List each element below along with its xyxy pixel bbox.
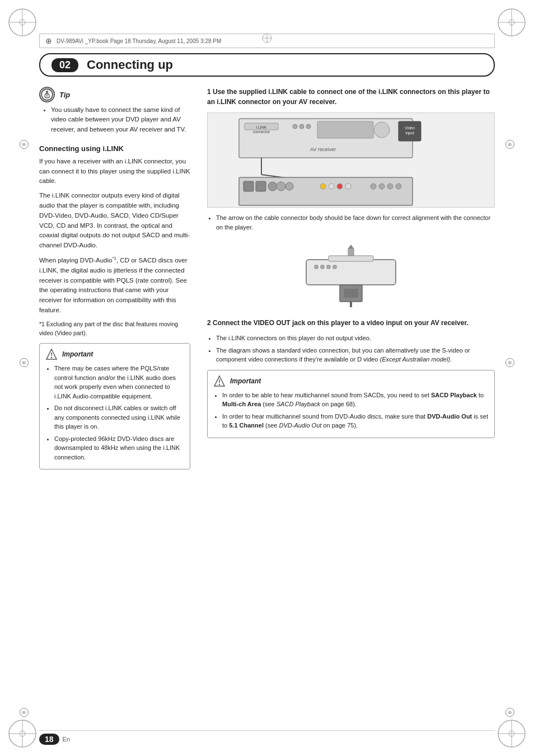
svg-rect-52 [329, 256, 373, 261]
chapter-number: 02 [51, 58, 78, 72]
important-left-item-3: Copy-protected 96kHz DVD-Video discs are… [54, 434, 184, 462]
svg-point-27 [299, 124, 304, 129]
step1-heading: 1 Use the supplied i.LINK cable to conne… [207, 87, 495, 107]
crosshair-icon: ⊕ [45, 36, 52, 45]
tip-item-1: You usually have to connect the same kin… [51, 105, 190, 134]
tip-header: Tip [39, 87, 190, 102]
corner-decoration-tl [6, 6, 39, 39]
reg-mark-right-bot: ⊕ [505, 708, 514, 717]
bottom-rule [39, 730, 495, 731]
page-locale: En [63, 736, 70, 743]
tip-label: Tip [59, 91, 70, 99]
corner-decoration-tr [495, 6, 528, 39]
left-column: Tip You usually have to connect the same… [39, 87, 190, 717]
svg-rect-51 [306, 260, 396, 285]
ilink-footnote: *1 Excluding any part of the disc that f… [39, 320, 190, 338]
svg-text:connector: connector [253, 130, 270, 134]
tip-content: You usually have to connect the same kin… [39, 105, 190, 134]
svg-point-50 [396, 184, 401, 189]
svg-point-42 [285, 182, 293, 190]
important-right-item-1: In order to be able to hear multichannel… [222, 391, 489, 409]
svg-point-21 [51, 357, 52, 358]
step2-note-2: The diagram shows a standard video conne… [216, 346, 495, 364]
svg-point-47 [371, 184, 376, 189]
svg-rect-56 [321, 265, 324, 269]
svg-text:input: input [405, 131, 414, 135]
important-box-left: Important There may be cases where the P… [39, 343, 190, 469]
important-right-item-2: In order to hear multichannel sound from… [222, 412, 489, 430]
reg-mark-left-low: ⊕ [20, 358, 29, 367]
svg-rect-58 [333, 265, 336, 269]
important-label-right: Important [230, 377, 261, 385]
svg-point-40 [268, 182, 277, 191]
corner-decoration-br [495, 717, 528, 750]
svg-marker-54 [348, 245, 354, 248]
av-receiver-svg: i.LINK connector Video input AV receiver [208, 113, 494, 208]
svg-rect-57 [327, 265, 330, 269]
svg-point-44 [329, 184, 334, 189]
svg-point-48 [379, 184, 385, 189]
important-left-item-1: There may be cases where the PQLS/rate c… [54, 364, 184, 401]
tip-box: Tip You usually have to connect the same… [39, 87, 190, 134]
svg-point-64 [219, 383, 220, 384]
important-label-left: Important [62, 350, 93, 358]
svg-point-46 [345, 184, 351, 189]
right-column: 1 Use the supplied i.LINK cable to conne… [207, 87, 495, 717]
step2-notes: The i.LINK connectors on this player do … [207, 334, 495, 364]
step2-heading: 2 Connect the VIDEO OUT jack on this pla… [207, 318, 495, 328]
important-content-right: In order to be able to hear multichannel… [213, 391, 489, 430]
warning-icon-right [213, 375, 226, 387]
center-crosshair [261, 32, 273, 45]
svg-point-43 [320, 184, 326, 189]
svg-rect-55 [315, 265, 318, 269]
svg-rect-29 [317, 121, 373, 138]
reg-mark-right-low: ⊕ [505, 358, 514, 367]
ilink-para3: When playing DVD-Audio*1, CD or SACD dis… [39, 255, 190, 316]
reg-mark-left-bot: ⊕ [20, 708, 29, 717]
page-footer: 18 En [39, 734, 70, 745]
svg-rect-38 [243, 181, 254, 191]
svg-text:i.LINK: i.LINK [256, 125, 266, 129]
reg-mark-right-mid: ⊕ [505, 140, 514, 149]
step1-note-item: The arrow on the cable connector body sh… [216, 213, 495, 232]
important-header-left: Important [45, 348, 184, 360]
page-number: 18 [39, 734, 59, 745]
svg-text:AV receiver: AV receiver [310, 147, 336, 152]
cable-connector-diagram [207, 237, 495, 310]
important-content-left: There may be cases where the PQLS/rate c… [45, 364, 184, 462]
svg-rect-60 [344, 289, 358, 298]
main-content: Tip You usually have to connect the same… [39, 87, 495, 717]
cable-svg [289, 240, 413, 307]
svg-point-17 [46, 91, 48, 93]
svg-point-45 [337, 184, 343, 189]
important-box-right: Important In order to be able to hear mu… [207, 370, 495, 438]
svg-text:Video: Video [405, 126, 415, 130]
section-heading-ilink: Connecting using i.LINK [39, 144, 190, 153]
step2-note-1: The i.LINK connectors on this player do … [216, 334, 495, 343]
ilink-para2: The i.LINK connector outputs every kind … [39, 191, 190, 251]
file-info-text: DV-989AVi _YP.book Page 18 Thursday, Aug… [57, 38, 221, 44]
tip-icon [39, 87, 55, 102]
step1-note: The arrow on the cable connector body sh… [207, 213, 495, 232]
important-header-right: Important [213, 375, 489, 387]
av-receiver-diagram: i.LINK connector Video input AV receiver [207, 112, 495, 208]
ilink-para1: If you have a receiver with an i.LINK co… [39, 157, 190, 186]
corner-decoration-bl [6, 717, 39, 750]
warning-icon-left [45, 348, 58, 360]
chapter-header: 02 Connecting up [39, 53, 495, 77]
important-left-item-2: Do not disconnect i.LINK cables or switc… [54, 403, 184, 431]
svg-point-49 [387, 184, 393, 189]
svg-point-41 [277, 182, 285, 191]
chapter-title: Connecting up [87, 58, 173, 72]
svg-point-30 [374, 122, 390, 138]
svg-point-26 [293, 124, 297, 129]
svg-rect-39 [256, 181, 266, 191]
svg-marker-53 [348, 248, 354, 256]
reg-mark-left-mid: ⊕ [20, 140, 29, 149]
svg-point-28 [306, 124, 311, 129]
